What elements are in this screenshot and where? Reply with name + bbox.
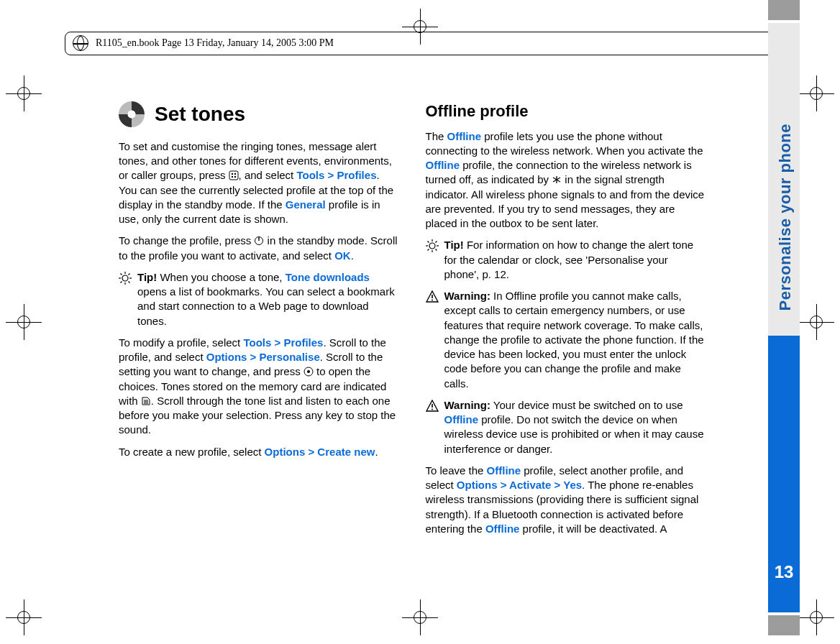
thumb-tab-top [768, 0, 800, 20]
link-general: General [286, 198, 326, 211]
warning-block: Warning: In Offline profile you cannot m… [426, 289, 706, 391]
crop-mark-icon [402, 599, 438, 635]
svg-line-14 [129, 273, 130, 275]
svg-point-3 [231, 176, 232, 178]
crop-mark-icon [6, 75, 42, 111]
crop-mark-icon [798, 599, 834, 635]
menu-key-icon [229, 170, 239, 180]
link-offline: Offline [485, 523, 520, 535]
tip-label: Tip! [137, 271, 157, 283]
link-options-create-new: Options > Create new [265, 446, 375, 458]
heading-set-tones: Set tones [155, 101, 245, 128]
page-body: Set tones To set and customise the ringi… [119, 101, 705, 543]
link-ok: OK [334, 249, 351, 262]
paragraph: To set and customise the ringing tones, … [119, 139, 398, 227]
tip-block: Tip! For information on how to change th… [426, 238, 706, 282]
thumb-tab-bottom [768, 615, 800, 635]
warning-block: Warning: Your device must be switched on… [426, 398, 706, 456]
right-column: Offline profile The Offline profile lets… [426, 101, 706, 543]
warning-label: Warning: [444, 399, 490, 411]
side-tab: Personalise your phone 13 [768, 23, 800, 612]
link-tone-downloads: Tone downloads [286, 271, 370, 283]
crop-mark-icon [6, 599, 42, 635]
svg-line-12 [121, 273, 122, 275]
tip-label: Tip! [444, 239, 464, 251]
svg-point-4 [234, 176, 235, 178]
link-options-personalise: Options > Personalise [206, 351, 320, 363]
svg-line-13 [129, 281, 130, 282]
svg-point-7 [122, 275, 128, 281]
globe-icon [73, 35, 88, 51]
print-header-text: R1105_en.book Page 13 Friday, January 14… [96, 37, 334, 48]
tip-icon [119, 272, 132, 285]
memory-card-icon [141, 396, 151, 406]
section-label: Personalise your phone [775, 124, 796, 310]
heading-offline-profile: Offline profile [426, 101, 706, 122]
paragraph: To create a new profile, select Options … [119, 445, 398, 459]
no-signal-icon [552, 175, 562, 185]
link-tools-profiles: Tools > Profiles [243, 336, 323, 349]
tones-icon [119, 101, 145, 127]
svg-line-32 [427, 249, 429, 251]
left-column: Set tones To set and customise the ringi… [119, 101, 398, 543]
link-options-activate-yes: Options > Activate > Yes [457, 479, 582, 491]
paragraph: The Offline profile lets you use the pho… [426, 129, 706, 231]
link-offline: Offline [444, 413, 479, 426]
svg-line-31 [435, 242, 437, 243]
link-tools-profiles: Tools > Profiles [296, 169, 376, 181]
warning-icon [426, 290, 439, 303]
warning-icon [426, 400, 439, 413]
link-offline: Offline [447, 130, 482, 142]
tip-block: Tip! When you choose a tone, Tone downlo… [119, 270, 398, 328]
svg-rect-0 [229, 171, 238, 180]
page-number: 13 [768, 561, 800, 584]
svg-point-2 [234, 173, 235, 175]
warning-label: Warning: [444, 290, 490, 302]
svg-point-36 [432, 408, 433, 410]
scroll-key-icon [303, 367, 314, 377]
paragraph: To change the profile, press in the stan… [119, 234, 398, 263]
svg-line-15 [121, 281, 122, 282]
link-offline: Offline [487, 464, 521, 477]
svg-point-24 [429, 243, 435, 249]
svg-line-29 [427, 242, 429, 243]
link-offline: Offline [426, 159, 460, 171]
print-header: R1105_en.book Page 13 Friday, January 14… [65, 32, 775, 55]
svg-line-30 [435, 249, 437, 251]
paragraph: To leave the Offline profile, select ano… [426, 464, 706, 536]
power-key-icon [254, 236, 264, 246]
crop-mark-icon [798, 75, 834, 111]
tip-icon [426, 239, 439, 252]
crop-mark-icon [798, 304, 834, 340]
svg-point-34 [432, 300, 433, 301]
svg-point-17 [307, 370, 310, 373]
crop-mark-icon [6, 304, 42, 340]
svg-point-1 [231, 173, 232, 175]
paragraph: To modify a profile, select Tools > Prof… [119, 336, 398, 438]
